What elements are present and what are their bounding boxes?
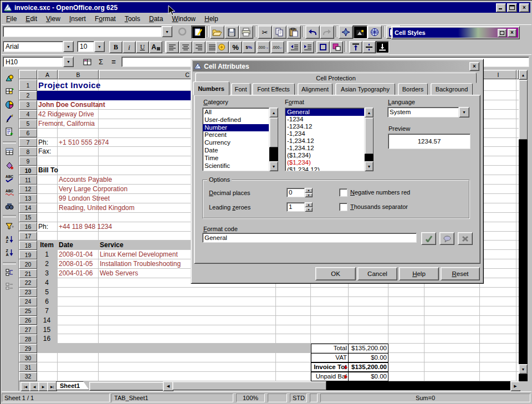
row-header-13[interactable]: 13 <box>19 194 37 203</box>
leading-zeroes-spinner[interactable]: 1▲▼ <box>287 202 313 212</box>
category-item[interactable]: Scientific <box>203 162 269 170</box>
row-header-23[interactable]: 23 <box>19 288 37 297</box>
cell-styles-close-button[interactable]: × <box>508 29 516 37</box>
tab-strip[interactable] <box>89 382 164 391</box>
dialog-close-icon[interactable]: × <box>469 62 479 71</box>
row-header-19[interactable]: 19 <box>19 250 37 259</box>
status-zoom[interactable]: 100% <box>236 393 265 402</box>
edit-file-icon[interactable] <box>191 25 206 39</box>
menu-tools[interactable]: Tools <box>120 14 145 24</box>
align-vcenter-icon[interactable] <box>362 41 376 53</box>
sheet-last-icon[interactable]: ▶| <box>47 382 57 391</box>
reset-button[interactable]: Reset <box>441 267 480 280</box>
paste-icon[interactable] <box>287 25 301 39</box>
underline-icon[interactable]: U <box>136 41 149 53</box>
spin-up-icon[interactable]: ▲ <box>305 188 313 193</box>
row-header-8[interactable]: 8 <box>19 147 37 156</box>
scroll-down-icon[interactable]: ▼ <box>365 161 374 171</box>
row-header-16[interactable]: 16 <box>19 222 37 232</box>
navigator-icon[interactable] <box>339 25 353 39</box>
percent-icon[interactable]: % <box>229 41 242 53</box>
row-header-11[interactable]: 11 <box>19 175 37 185</box>
decimal-places-spinner[interactable]: 0▲▼ <box>287 188 313 197</box>
gallery-icon[interactable] <box>353 25 367 39</box>
row-header-24[interactable]: 24 <box>19 297 37 306</box>
bold-icon[interactable]: B <box>109 41 122 53</box>
spin-up-icon[interactable]: ▲ <box>305 202 313 207</box>
scroll-track[interactable] <box>269 147 278 161</box>
row-header-17[interactable]: 17 <box>19 232 37 241</box>
select-all-corner[interactable] <box>19 70 37 79</box>
undo-icon[interactable] <box>305 25 320 39</box>
cut-icon[interactable]: ✂ <box>258 25 272 39</box>
category-item[interactable]: All <box>203 109 269 116</box>
row-header-1[interactable]: 1 <box>19 79 37 91</box>
format-item[interactable]: -1,234 <box>285 130 364 137</box>
title-bar[interactable]: invoice.sxc - OpenOffice.org 625 × <box>2 2 530 13</box>
row-header-30[interactable]: 30 <box>19 353 37 362</box>
url-combobox[interactable]: ▼ <box>3 26 172 37</box>
status-selection-mode[interactable]: STD <box>290 393 307 402</box>
category-item[interactable]: Date <box>203 147 269 155</box>
row-header-28[interactable]: 28 <box>19 334 37 344</box>
cell-reference-box[interactable]: H10▼ <box>3 57 74 67</box>
add-decimal-icon[interactable]: .000→ <box>257 41 270 53</box>
row-header-12[interactable]: 12 <box>19 185 37 194</box>
row-header-32[interactable]: 32 <box>19 372 37 381</box>
cell-styles-restore-button[interactable] <box>498 29 507 37</box>
vertical-scrollbar[interactable]: ▲▼ <box>519 70 528 381</box>
help-button[interactable]: Help <box>399 267 439 280</box>
maximize-button[interactable] <box>507 3 517 12</box>
language-select[interactable]: System ▼ <box>387 107 469 117</box>
tab-font-effects[interactable]: Font Effects <box>252 83 295 95</box>
row-header-20[interactable]: 20 <box>19 259 37 269</box>
apply-check-icon[interactable] <box>421 232 436 245</box>
category-item[interactable]: User-defined <box>203 116 269 124</box>
menu-insert[interactable]: Insert <box>65 14 90 24</box>
category-item[interactable]: Percent <box>203 131 269 139</box>
sum-icon[interactable]: Σ <box>95 57 107 67</box>
background-color-icon[interactable] <box>330 41 343 53</box>
currency-icon[interactable] <box>216 41 229 53</box>
row-header-25[interactable]: 25 <box>19 306 37 316</box>
function-autopilot-icon[interactable] <box>81 57 93 67</box>
chevron-down-icon[interactable]: ▼ <box>94 41 105 52</box>
row-header-4[interactable]: 4 <box>19 110 37 119</box>
column-header-B[interactable]: B <box>58 70 99 79</box>
category-item[interactable]: Currency <box>203 139 269 147</box>
font-size-combobox[interactable]: 10▼ <box>77 41 105 52</box>
format-item[interactable]: ($1,234.12) <box>285 166 364 171</box>
scroll-track[interactable] <box>365 154 374 161</box>
status-sheet-position[interactable]: Sheet 1 / 1 <box>2 393 110 402</box>
borders-icon[interactable] <box>316 41 330 53</box>
save-icon[interactable] <box>224 25 239 39</box>
menu-format[interactable]: Format <box>90 14 120 24</box>
function-icon[interactable]: = <box>108 57 120 67</box>
status-page-style[interactable]: TAB_Sheet1 <box>111 393 233 402</box>
thousands-separator-checkbox[interactable] <box>339 203 347 211</box>
scroll-up-icon[interactable]: ▲ <box>269 108 278 117</box>
ok-button[interactable]: OK <box>315 267 356 280</box>
row-header-31[interactable]: 31 <box>19 362 37 372</box>
row-header-15[interactable]: 15 <box>19 213 37 222</box>
chevron-down-icon[interactable]: ▼ <box>63 57 74 67</box>
row-header-22[interactable]: 22 <box>19 278 37 288</box>
tab-font[interactable]: Font <box>231 83 250 95</box>
dialog-title-bar[interactable]: Cell Attributes × <box>193 61 480 71</box>
font-name-combobox[interactable]: Arial▼ <box>3 41 74 52</box>
menu-help[interactable]: Help <box>200 14 223 24</box>
spin-down-icon[interactable]: ▼ <box>305 193 313 198</box>
hyperlink-icon[interactable] <box>367 25 382 39</box>
row-header-18[interactable]: 18 <box>19 241 37 250</box>
category-scrollbar[interactable]: ▲▼ <box>269 108 278 171</box>
row-header-9[interactable]: 9 <box>19 156 37 166</box>
standard-format-icon[interactable]: $% <box>242 41 255 53</box>
copy-icon[interactable] <box>272 25 287 39</box>
scroll-thumb[interactable] <box>365 117 374 154</box>
scroll-down-icon[interactable]: ▼ <box>519 364 528 374</box>
close-button[interactable]: × <box>519 3 529 12</box>
minimize-button[interactable] <box>496 3 506 12</box>
scroll-down-icon[interactable]: ▼ <box>269 161 278 171</box>
format-item[interactable]: -1234.12 <box>285 123 364 130</box>
category-item[interactable]: Time <box>203 155 269 162</box>
